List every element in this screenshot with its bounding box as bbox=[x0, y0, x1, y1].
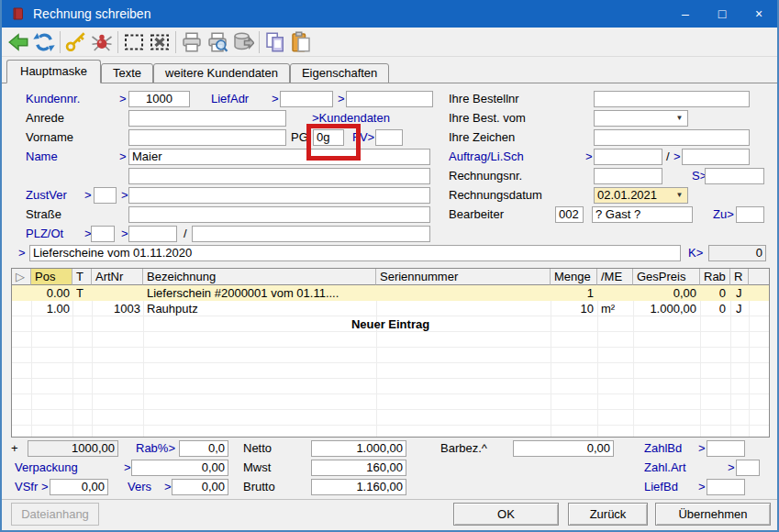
col-header-menge[interactable]: Menge bbox=[551, 269, 597, 285]
vsfr-label[interactable]: VSfr bbox=[15, 479, 38, 495]
name-field[interactable]: Maier bbox=[128, 149, 430, 165]
col-header-pos[interactable]: Pos bbox=[31, 269, 72, 285]
auftrag-field-1[interactable] bbox=[594, 149, 662, 165]
vers-label[interactable]: Vers bbox=[128, 479, 151, 495]
spider-icon[interactable] bbox=[89, 29, 115, 55]
netto-field[interactable]: 1.000,00 bbox=[311, 440, 406, 457]
name-chevron[interactable]: > bbox=[119, 149, 127, 165]
tab-texte[interactable]: Texte bbox=[101, 63, 153, 83]
kundennr-field[interactable]: 1000 bbox=[128, 91, 190, 107]
rab-label[interactable]: Rab%> bbox=[136, 440, 175, 457]
tab-weitere-kundendaten[interactable]: weitere Kundendaten bbox=[153, 63, 290, 83]
new-entry-row[interactable]: Neuer Eintrag bbox=[12, 316, 769, 332]
col-header-t[interactable]: T bbox=[72, 269, 92, 285]
anrede-field[interactable] bbox=[128, 110, 286, 127]
col-header-artnr[interactable]: ArtNr bbox=[92, 269, 143, 285]
col-header-rab[interactable]: Rab bbox=[700, 269, 730, 285]
bearbeiter-code-field[interactable]: 002 bbox=[555, 206, 584, 223]
liefadr-chevron-1[interactable]: > bbox=[272, 91, 279, 107]
select-rect-icon[interactable] bbox=[121, 29, 147, 55]
vers-chevron[interactable]: > bbox=[164, 479, 172, 495]
auftrag-field-2[interactable] bbox=[682, 149, 750, 165]
auftrag-label[interactable]: Auftrag/Li.Sch bbox=[449, 149, 524, 165]
zurueck-button[interactable]: Zurück bbox=[568, 503, 648, 526]
bearbeiter-name-field[interactable]: ? Gast ? bbox=[592, 206, 693, 223]
copy-icon[interactable] bbox=[262, 29, 288, 55]
zustver-field-1[interactable] bbox=[94, 187, 117, 204]
s-field[interactable] bbox=[705, 168, 764, 184]
vers-field[interactable]: 0,00 bbox=[172, 479, 228, 495]
table-row[interactable]: 1.00 1003 Rauhputz 10 m² 1.000,00 0 J bbox=[12, 301, 769, 316]
zahlart-field[interactable] bbox=[736, 460, 760, 476]
minimize-icon[interactable]: – bbox=[667, 0, 704, 28]
zu-label[interactable]: Zu> bbox=[713, 206, 734, 223]
zustver-chevron-1[interactable]: > bbox=[84, 187, 92, 204]
liefbd-field[interactable] bbox=[707, 479, 745, 495]
tab-eigenschaften[interactable]: Eigenschaften bbox=[290, 63, 389, 83]
lieferscheine-field[interactable]: Lieferscheine vom 01.11.2020 bbox=[29, 245, 681, 261]
auftrag-chevron-2[interactable]: > bbox=[673, 149, 681, 165]
name-label[interactable]: Name bbox=[26, 149, 58, 165]
kundennr-chevron[interactable]: > bbox=[119, 91, 127, 107]
select-cancel-icon[interactable] bbox=[147, 29, 172, 55]
chevron-down-icon[interactable]: ▼ bbox=[673, 190, 685, 201]
vorname-field[interactable] bbox=[128, 129, 286, 146]
verpackung-label[interactable]: Verpackung bbox=[15, 460, 78, 476]
zahlart-label[interactable]: Zahl.Art bbox=[644, 460, 686, 476]
ok-button[interactable]: OK bbox=[453, 503, 559, 526]
table-row[interactable]: 0.00 T Lieferschein #2000001 vom 01.11..… bbox=[12, 285, 769, 301]
rab-field[interactable]: 0,0 bbox=[179, 440, 228, 457]
liefadr-field-1[interactable] bbox=[280, 91, 333, 107]
zu-field[interactable] bbox=[736, 206, 764, 223]
strasse-field[interactable] bbox=[128, 206, 430, 223]
kundennr-label[interactable]: Kundennr. bbox=[26, 91, 80, 107]
zahlart-chevron[interactable]: > bbox=[728, 460, 735, 476]
plzot-label[interactable]: PLZ/Ot bbox=[26, 226, 63, 242]
plz-field[interactable] bbox=[91, 226, 115, 242]
zahlbd-label[interactable]: ZahlBd bbox=[644, 440, 682, 457]
verpackung-chevron[interactable]: > bbox=[124, 460, 131, 476]
col-header-r[interactable]: R bbox=[730, 269, 749, 285]
rechnungsnr-field[interactable] bbox=[594, 168, 662, 184]
ot-chevron[interactable]: > bbox=[121, 226, 128, 242]
liefadr-field-2[interactable] bbox=[346, 91, 433, 107]
print-preview-icon[interactable] bbox=[205, 29, 230, 55]
refresh-icon[interactable] bbox=[31, 29, 57, 55]
chevron-down-icon[interactable]: ▼ bbox=[673, 113, 685, 124]
paste-icon[interactable] bbox=[288, 29, 314, 55]
zahlbd-field[interactable] bbox=[707, 440, 745, 457]
barbez-field[interactable]: 0,00 bbox=[513, 440, 614, 457]
ihre-best-vom-combo[interactable]: ▼ bbox=[594, 110, 688, 127]
liefbd-label[interactable]: LiefBd bbox=[644, 479, 678, 495]
uebernehmen-button[interactable]: Übernehmen bbox=[655, 503, 771, 526]
k-field[interactable]: 0 bbox=[708, 245, 766, 261]
zustver-field-2[interactable] bbox=[128, 187, 430, 204]
ort-field[interactable] bbox=[192, 226, 430, 242]
ot-field[interactable] bbox=[128, 226, 177, 242]
col-header-seriennummer[interactable]: Seriennummer bbox=[376, 269, 551, 285]
rechnungsdatum-field[interactable]: 02.01.2021 ▼ bbox=[594, 187, 688, 204]
col-header-me[interactable]: /ME bbox=[597, 269, 633, 285]
col-header-gespreis[interactable]: GesPreis bbox=[633, 269, 700, 285]
brutto-field[interactable]: 1.160,00 bbox=[311, 479, 406, 495]
fv-field[interactable] bbox=[375, 129, 403, 146]
k-label[interactable]: K> bbox=[688, 245, 703, 261]
key-icon[interactable] bbox=[63, 29, 89, 55]
mwst-field[interactable]: 160,00 bbox=[311, 460, 406, 476]
maximize-icon[interactable]: □ bbox=[704, 0, 740, 28]
vsfr-field[interactable]: 0,00 bbox=[50, 479, 108, 495]
liefbd-chevron[interactable]: > bbox=[698, 479, 706, 495]
back-icon[interactable] bbox=[6, 29, 31, 55]
print-icon[interactable] bbox=[179, 29, 205, 55]
zustver-chevron-2[interactable]: > bbox=[121, 187, 128, 204]
zustver-label[interactable]: ZustVer bbox=[26, 187, 67, 204]
close-icon[interactable]: × bbox=[740, 0, 777, 28]
database-export-icon[interactable] bbox=[230, 29, 256, 55]
name2-field[interactable] bbox=[128, 168, 430, 184]
lieferscheine-chevron[interactable]: > bbox=[18, 245, 26, 261]
verpackung-field[interactable]: 0,00 bbox=[131, 460, 228, 476]
ihre-zeichen-field[interactable] bbox=[594, 129, 750, 146]
ihre-bestellnr-field[interactable] bbox=[594, 91, 750, 107]
vsfr-chevron[interactable]: > bbox=[41, 479, 49, 495]
zahlbd-chevron[interactable]: > bbox=[698, 440, 706, 457]
